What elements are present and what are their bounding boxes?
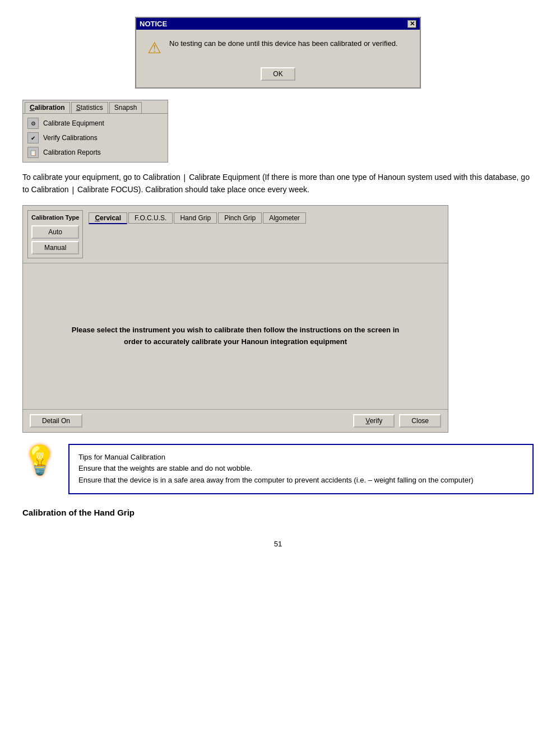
tab-algometer[interactable]: Algometer bbox=[263, 212, 306, 224]
verify-calibrations-icon: ✔ bbox=[27, 132, 39, 143]
calib-content-text: Please select the instrument you wish to… bbox=[67, 324, 404, 348]
menu-item-calibrate-equipment[interactable]: ⚙ Calibrate Equipment bbox=[23, 116, 168, 131]
verify-button[interactable]: Verify bbox=[353, 414, 395, 428]
tips-line1: Ensure that the weights are stable and d… bbox=[78, 463, 523, 475]
ok-button[interactable]: OK bbox=[261, 67, 295, 81]
tab-statistics[interactable]: Statistics bbox=[71, 102, 108, 113]
calib-type-label: Calibration Type bbox=[31, 214, 79, 221]
calib-top: Calibration Type Auto Manual Cervical F.… bbox=[23, 206, 448, 263]
tab-pinch-grip[interactable]: Pinch Grip bbox=[218, 212, 262, 224]
menu-item-verify-calibrations[interactable]: ✔ Verify Calibrations bbox=[23, 131, 168, 145]
bottom-heading: Calibration of the Hand Grip bbox=[22, 508, 534, 517]
tips-title: Tips for Manual Calibration bbox=[78, 452, 523, 463]
tips-line2: Ensure that the device is in a safe area… bbox=[78, 475, 523, 486]
menu-item-calibration-reports[interactable]: 📋 Calibration Reports bbox=[23, 145, 168, 160]
tips-section: 💡 Tips for Manual Calibration Ensure tha… bbox=[22, 444, 534, 494]
notice-title: NOTICE bbox=[140, 20, 167, 28]
menu-tabbar: Calibration Statistics Snapsh bbox=[23, 100, 168, 114]
notice-ok-area: OK bbox=[136, 63, 420, 87]
manual-button[interactable]: Manual bbox=[31, 241, 79, 254]
calibrate-equipment-icon: ⚙ bbox=[27, 118, 39, 129]
separator1: | bbox=[184, 172, 186, 184]
menu-items: ⚙ Calibrate Equipment ✔ Verify Calibrati… bbox=[23, 114, 168, 162]
page-number: 51 bbox=[22, 540, 534, 548]
calib-footer: Detail On Verify Close bbox=[23, 409, 448, 432]
calibration-type-box: Calibration Type Auto Manual bbox=[27, 210, 83, 258]
calibration-panel: Calibration Type Auto Manual Cervical F.… bbox=[22, 205, 448, 433]
instrument-tabs: Cervical F.O.C.U.S. Hand Grip Pinch Grip… bbox=[89, 210, 443, 224]
menu-item-label: Verify Calibrations bbox=[43, 134, 98, 142]
footer-right: Verify Close bbox=[353, 414, 441, 428]
menu-item-label: Calibrate Equipment bbox=[43, 119, 104, 127]
tab-snapshot[interactable]: Snapsh bbox=[109, 102, 142, 113]
calibration-reports-icon: 📋 bbox=[27, 147, 39, 158]
menu-screenshot: Calibration Statistics Snapsh ⚙ Calibrat… bbox=[22, 100, 168, 163]
tab-hand-grip[interactable]: Hand Grip bbox=[174, 212, 217, 224]
notice-message: No testing can be done until this device… bbox=[169, 39, 398, 49]
calib-content-area: Please select the instrument you wish to… bbox=[23, 263, 448, 409]
intro-paragraph: To calibrate your equipment, go to Calib… bbox=[22, 171, 534, 196]
notice-body: ⚠ No testing can be done until this devi… bbox=[136, 30, 420, 63]
tab-cervical[interactable]: Cervical bbox=[89, 212, 127, 224]
tab-focus[interactable]: F.O.C.U.S. bbox=[128, 212, 173, 224]
close-button[interactable]: Close bbox=[399, 414, 441, 428]
warning-icon: ⚠ bbox=[147, 39, 161, 57]
tips-box: Tips for Manual Calibration Ensure that … bbox=[68, 444, 534, 494]
bulb-icon: 💡 bbox=[22, 444, 57, 476]
separator2: | bbox=[72, 184, 74, 196]
paragraph-text3: Calibrate FOCUS). Calibration should tak… bbox=[77, 185, 309, 194]
tab-calibration[interactable]: Calibration bbox=[25, 102, 70, 113]
notice-titlebar: NOTICE ✕ bbox=[136, 18, 420, 30]
paragraph-text1: To calibrate your equipment, go to Calib… bbox=[22, 173, 180, 182]
footer-left: Detail On bbox=[30, 414, 82, 428]
close-icon[interactable]: ✕ bbox=[407, 20, 416, 28]
menu-item-label: Calibration Reports bbox=[43, 149, 101, 156]
notice-dialog: NOTICE ✕ ⚠ No testing can be done until … bbox=[135, 17, 421, 89]
auto-button[interactable]: Auto bbox=[31, 225, 79, 239]
detail-on-button[interactable]: Detail On bbox=[30, 414, 82, 428]
